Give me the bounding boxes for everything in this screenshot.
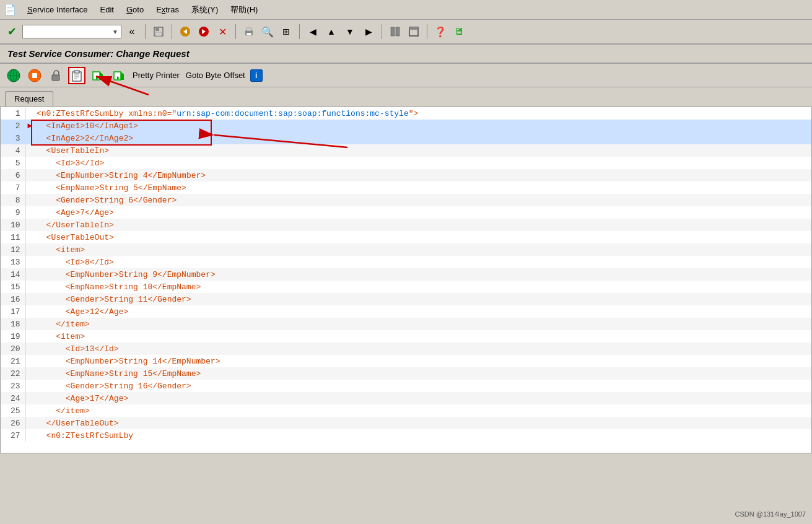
table-row: 12 <item> — [1, 243, 811, 256]
page-title: Test Service Consumer: Change Request — [7, 48, 190, 59]
menu-goto[interactable]: Goto — [125, 5, 145, 14]
table-row: 8 <Gender>String 6</Gender> — [1, 194, 811, 206]
svg-rect-22 — [74, 71, 79, 73]
help-button[interactable]: ❓ — [432, 24, 448, 40]
code-area[interactable]: 1<n0:ZTestRfcSumLby xmlns:n0="urn:sap-co… — [0, 107, 812, 453]
separator-1 — [145, 24, 146, 39]
svg-rect-20 — [52, 75, 59, 81]
dropdown-arrow[interactable]: ▼ — [112, 28, 118, 35]
separator-3 — [235, 24, 236, 39]
table-row: 19 <item> — [1, 330, 811, 343]
svg-rect-13 — [409, 27, 418, 30]
toolbar: ✔ ▼ « ✕ — [0, 20, 812, 45]
find-next-button[interactable]: ⊞ — [278, 24, 294, 40]
clipboard-btn[interactable] — [68, 67, 85, 84]
monitor-button[interactable]: 🖥 — [451, 24, 467, 40]
layout-button[interactable] — [387, 24, 403, 40]
table-row: 9 <Age>7</Age> — [1, 206, 811, 219]
info-btn[interactable]: i — [250, 69, 263, 82]
sub-toolbar: Pretty Printer Goto Byte Offset i — [0, 64, 812, 87]
table-row: 27 <n0:ZTestRfcSumLby — [1, 429, 811, 442]
import-btn[interactable] — [110, 67, 128, 84]
find-button[interactable]: 🔍 — [260, 24, 276, 40]
table-row: 13 <Id>8</Id> — [1, 256, 811, 268]
table-row: 2► <InAge1>10</InAge1> — [1, 120, 811, 132]
tab-bar: Request — [0, 87, 812, 107]
export-btn[interactable] — [89, 67, 107, 84]
svg-rect-19 — [32, 73, 37, 78]
stop-btn[interactable] — [26, 67, 43, 84]
menu-service-interface[interactable]: Service Interface — [26, 5, 89, 14]
table-row: 24 <Age>17</Age> — [1, 392, 811, 404]
toolbar-dropdown[interactable]: ▼ — [22, 25, 121, 38]
menu-bar: 📄 Service Interface Edit Goto Extras 系统(… — [0, 0, 812, 20]
nav-right-button[interactable]: ▶ — [360, 24, 377, 40]
table-row: 10 </UserTableIn> — [1, 219, 811, 231]
menu-help[interactable]: 帮助(H) — [229, 4, 259, 15]
double-arrow-btn[interactable]: « — [124, 24, 140, 40]
globe-btn[interactable] — [5, 67, 22, 84]
lock-btn[interactable] — [47, 67, 64, 84]
table-row: 14 <EmpNumber>String 9</EmpNumber> — [1, 268, 811, 281]
separator-5 — [382, 24, 382, 39]
table-row: 7 <EmpName>String 5</EmpName> — [1, 181, 811, 194]
nav-left-button[interactable]: ◀ — [305, 24, 321, 40]
table-row: 18 </item> — [1, 318, 811, 330]
goto-byte-offset-btn[interactable]: Goto Byte Offset — [185, 71, 247, 80]
table-row: 25 </item> — [1, 404, 811, 417]
close-button[interactable]: ✕ — [214, 24, 230, 40]
watermark: CSDN @1314lay_1007 — [735, 510, 806, 518]
back-button[interactable] — [177, 24, 193, 40]
separator-2 — [172, 24, 172, 39]
menu-extras[interactable]: Extras — [155, 5, 180, 14]
svg-rect-10 — [391, 27, 395, 36]
app-icon: 📄 — [4, 4, 16, 16]
svg-rect-9 — [247, 33, 251, 35]
window-button[interactable] — [406, 24, 422, 40]
nav-up-button[interactable]: ▲ — [323, 24, 339, 40]
table-row: 17 <Age>12</Age> — [1, 305, 811, 318]
toolbar-input[interactable] — [25, 27, 112, 36]
table-row: 11 <UserTableOut> — [1, 231, 811, 243]
svg-rect-8 — [247, 28, 251, 31]
table-row: 26 </UserTableOut> — [1, 417, 811, 429]
forward-button[interactable] — [196, 24, 212, 40]
table-row: 5 <Id>3</Id> — [1, 157, 811, 169]
svg-rect-32 — [121, 74, 124, 80]
table-row: 1<n0:ZTestRfcSumLby xmlns:n0="urn:sap-co… — [1, 107, 811, 120]
table-row: 15 <EmpName>String 10</EmpName> — [1, 281, 811, 293]
separator-4 — [299, 24, 300, 39]
svg-rect-11 — [396, 27, 399, 36]
pretty-printer-btn[interactable]: Pretty Printer — [131, 71, 181, 80]
code-table: 1<n0:ZTestRfcSumLby xmlns:n0="urn:sap-co… — [1, 107, 811, 442]
table-row: 4 <UserTableIn> — [1, 144, 811, 157]
menu-system[interactable]: 系统(Y) — [190, 4, 219, 15]
table-row: 22 <EmpName>String 15</EmpName> — [1, 367, 811, 380]
nav-down-button[interactable]: ▼ — [342, 24, 358, 40]
print-button[interactable] — [241, 24, 257, 40]
save-button[interactable] — [151, 24, 167, 40]
menu-edit[interactable]: Edit — [99, 5, 115, 14]
table-row: 20 <Id>13</Id> — [1, 343, 811, 355]
table-row: 6 <EmpNumber>String 4</EmpNumber> — [1, 169, 811, 181]
tab-request[interactable]: Request — [5, 91, 53, 107]
title-bar: Test Service Consumer: Change Request — [0, 45, 812, 64]
separator-6 — [427, 24, 427, 39]
table-row: 3 <InAge2>2</InAge2> — [1, 132, 811, 144]
svg-rect-2 — [155, 32, 162, 36]
check-button[interactable]: ✔ — [4, 24, 20, 40]
table-row: 23 <Gender>String 16</Gender> — [1, 380, 811, 392]
svg-rect-28 — [100, 74, 103, 80]
table-row: 21 <EmpNumber>String 14</EmpNumber> — [1, 355, 811, 367]
svg-rect-1 — [155, 27, 159, 31]
table-row: 16 <Gender>String 11</Gender> — [1, 293, 811, 305]
